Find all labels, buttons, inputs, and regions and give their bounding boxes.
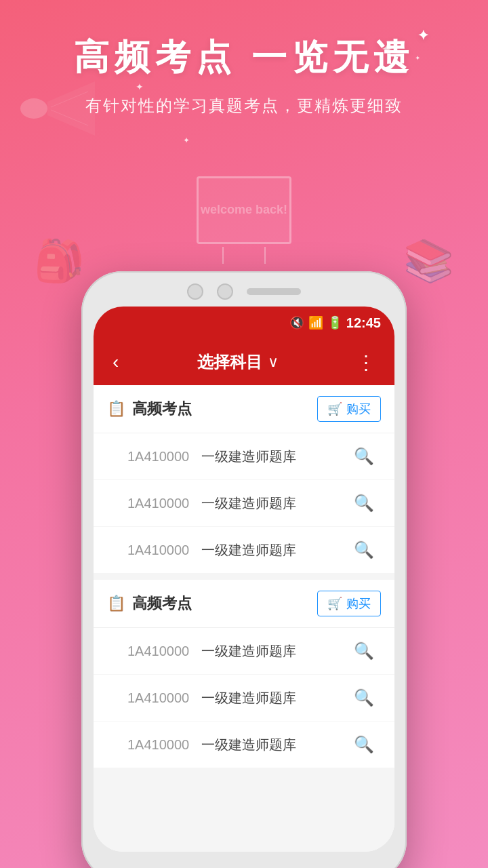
section-1-title: 高频考点 xyxy=(132,399,192,419)
section-1-header: 📋 高频考点 🛒 购买 xyxy=(94,385,394,433)
list-item[interactable]: 1A410000 一级建造师题库 🔍 xyxy=(94,433,394,480)
signal-icon: 📶 xyxy=(308,315,323,330)
cart-icon-2: 🛒 xyxy=(327,596,342,611)
whiteboard-decoration: welcome back! xyxy=(183,176,305,278)
section-2-title-area: 📋 高频考点 xyxy=(107,593,192,614)
chevron-down-icon: ∨ xyxy=(268,353,279,371)
item-search-icon: 🔍 xyxy=(354,688,374,707)
section-1: 📋 高频考点 🛒 购买 1A410000 一级建造师题库 xyxy=(94,385,394,573)
section-2-icon: 📋 xyxy=(107,595,125,612)
section-1-icon: 📋 xyxy=(107,400,125,418)
item-search-icon: 🔍 xyxy=(354,642,374,660)
section-2-header: 📋 高频考点 🛒 购买 xyxy=(94,580,394,628)
item-text: 1A410000 一级建造师题库 xyxy=(127,689,296,707)
banner-title: 高频考点 一览无遗 xyxy=(74,34,414,81)
mute-icon: 🔇 xyxy=(289,315,304,330)
status-time: 12:45 xyxy=(346,315,381,331)
phone-hardware-top xyxy=(94,283,394,300)
battery-icon: 🔋 xyxy=(327,315,342,330)
back-button[interactable]: ‹ xyxy=(107,346,124,378)
header-title: 选择科目 xyxy=(197,351,262,373)
banner: ✦ ✦ ✦ ✦ 高频考点 一览无遗 有针对性的学习真题考点，更精炼更细致 wel… xyxy=(0,0,488,298)
buy-label-2: 购买 xyxy=(346,595,371,612)
item-search-icon: 🔍 xyxy=(354,494,374,513)
list-item[interactable]: 1A410000 一级建造师题库 🔍 xyxy=(94,675,394,722)
item-search-icon: 🔍 xyxy=(354,540,374,559)
list-item[interactable]: 1A410000 一级建造师题库 🔍 xyxy=(94,527,394,573)
content-area: 📋 高频考点 🛒 购买 1A410000 一级建造师题库 xyxy=(94,385,394,852)
left-decoration: 🎒 xyxy=(34,237,85,285)
item-text: 1A410000 一级建造师题库 xyxy=(127,494,296,513)
banner-subtitle: 有针对性的学习真题考点，更精炼更细致 xyxy=(85,95,403,117)
phone-screen: 🔇 📶 🔋 12:45 ‹ 选择科目 ∨ ⋮ xyxy=(94,307,394,852)
phone-camera xyxy=(187,283,203,300)
list-item[interactable]: 1A410000 一级建造师题库 🔍 xyxy=(94,480,394,527)
section-2-buy-button[interactable]: 🛒 购买 xyxy=(317,591,381,616)
item-search-icon: 🔍 xyxy=(354,447,374,466)
item-text: 1A410000 一级建造师题库 xyxy=(127,642,296,660)
item-text: 1A410000 一级建造师题库 xyxy=(127,736,296,754)
item-text: 1A410000 一级建造师题库 xyxy=(127,541,296,559)
section-1-buy-button[interactable]: 🛒 购买 xyxy=(317,396,381,422)
subject-selector[interactable]: 选择科目 ∨ xyxy=(197,351,279,373)
section-1-title-area: 📋 高频考点 xyxy=(107,399,192,419)
item-text: 1A410000 一级建造师题库 xyxy=(127,448,296,466)
phone-frame: 🔇 📶 🔋 12:45 ‹ 选择科目 ∨ ⋮ xyxy=(81,271,407,868)
app-header: ‹ 选择科目 ∨ ⋮ xyxy=(94,339,394,385)
phone-camera-2 xyxy=(217,283,233,300)
right-decoration: 📚 xyxy=(403,237,454,285)
item-search-icon: 🔍 xyxy=(354,735,374,754)
menu-button[interactable]: ⋮ xyxy=(351,346,381,379)
buy-label-1: 购买 xyxy=(346,401,371,417)
phone-speaker xyxy=(247,288,301,295)
list-item[interactable]: 1A410000 一级建造师题库 🔍 xyxy=(94,628,394,675)
list-item[interactable]: 1A410000 一级建造师题库 🔍 xyxy=(94,722,394,768)
section-2-title: 高频考点 xyxy=(132,593,192,614)
status-bar: 🔇 📶 🔋 12:45 xyxy=(94,307,394,339)
svg-point-0 xyxy=(20,98,47,119)
status-icons: 🔇 📶 🔋 12:45 xyxy=(289,315,381,331)
cart-icon: 🛒 xyxy=(327,401,342,416)
section-2: 📋 高频考点 🛒 购买 1A410000 一级建造师题库 xyxy=(94,580,394,768)
welcome-text: welcome back! xyxy=(201,202,287,218)
